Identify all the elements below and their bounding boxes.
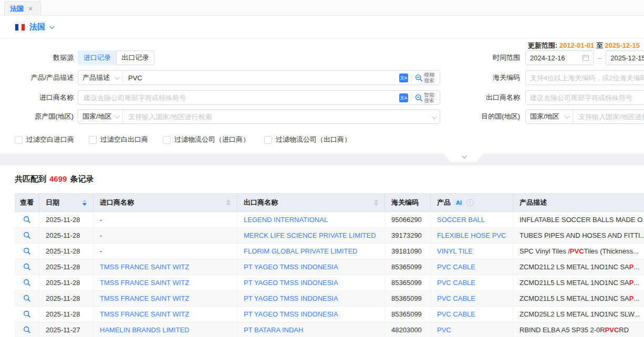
view-record-button[interactable]: [15, 212, 39, 227]
product-link[interactable]: PVC CABLE: [437, 263, 475, 271]
checkbox-label: 过滤物流公司（进口商）: [174, 135, 250, 144]
importer-link[interactable]: TMSS FRANCE SAINT WITZ: [100, 263, 189, 271]
destination-country-input[interactable]: [573, 110, 644, 123]
update-range-label: 更新范围:: [528, 41, 557, 49]
filter-panel: 法国 更新范围: 2012-01-01 至 2025-12-15 数据源 进口记…: [0, 16, 644, 154]
country-selector[interactable]: 法国: [15, 22, 53, 32]
importer-link[interactable]: HAMELIN BRANDS LIMITED: [100, 326, 189, 334]
search-icon: [23, 247, 31, 255]
info-icon[interactable]: i: [466, 199, 474, 206]
destination-mode-select[interactable]: 国家/地区: [526, 110, 573, 123]
search-icon: [23, 310, 31, 318]
desc-highlight: PVC: [605, 326, 619, 334]
exporter-link[interactable]: FLORIM GLOBAL PRIVATE LIMITED: [244, 247, 357, 255]
divider: [411, 73, 412, 82]
fuzzy-search-toggle[interactable]: 模糊搜索: [415, 72, 435, 83]
smart-search-toggle[interactable]: 智能搜索: [415, 92, 435, 103]
collapse-panel-handle[interactable]: [444, 154, 483, 162]
importer-name-input[interactable]: [78, 91, 395, 104]
view-record-button[interactable]: [15, 291, 39, 306]
view-record-button[interactable]: [15, 259, 39, 275]
ai-badge: AI: [454, 199, 464, 206]
calendar-icon[interactable]: [582, 54, 589, 61]
export-records-toggle[interactable]: 出口记录: [116, 50, 154, 65]
chevron-down-icon: [461, 153, 466, 159]
col-header-date[interactable]: 日期: [39, 194, 94, 212]
checkbox-filter-blank-exporter[interactable]: 过滤空白出口商: [89, 135, 148, 144]
search-icon: [23, 231, 31, 239]
exporter-link[interactable]: PT YAGEO TMSS INDONESIA: [244, 279, 338, 287]
sort-control-date[interactable]: [77, 199, 87, 206]
trade-data-app: 法国 ✕ 法国 更新范围: 2012-01-01 至 2025-12-15 数据…: [0, 0, 644, 337]
col-header-exporter[interactable]: 出口商名称: [237, 194, 385, 212]
checkbox-icon: [89, 136, 97, 144]
fuzzy-search-label: 模糊搜索: [424, 72, 435, 83]
divider: [0, 38, 644, 38]
importer-link[interactable]: TMSS FRANCE SAINT WITZ: [100, 310, 189, 318]
divider: [411, 93, 412, 102]
summary-suffix: 条记录: [70, 174, 94, 183]
chevron-down-icon: [49, 24, 55, 29]
sort-control-importer[interactable]: [221, 199, 231, 206]
product-link[interactable]: PVC CABLE: [437, 310, 475, 318]
desc-text: ZCMD21L2 LS METAL 1NO1NC SA: [520, 263, 629, 271]
view-record-button[interactable]: [15, 275, 39, 290]
sort-control-exporter[interactable]: [369, 199, 378, 206]
view-record-button[interactable]: [15, 228, 39, 243]
product-mode-select[interactable]: 产品描述: [78, 71, 123, 85]
origin-country-input[interactable]: [123, 110, 428, 123]
checkbox-filter-logistics-importer[interactable]: 过滤物流公司（进口商）: [163, 135, 250, 144]
checkbox-label: 过滤空白进口商: [26, 135, 74, 144]
hs-code-input[interactable]: [525, 70, 644, 85]
tab-france[interactable]: 法国 ✕: [4, 1, 41, 16]
product-link[interactable]: PVC CABLE: [437, 279, 475, 287]
cell-date: 2025-11-28: [39, 244, 94, 259]
col-header-view: 查看: [15, 194, 39, 212]
search-minus-icon: [415, 94, 423, 102]
exporter-link[interactable]: LEGEND INTERNATIONAL: [244, 216, 328, 224]
product-link[interactable]: VINYL TILE: [437, 247, 473, 255]
product-link[interactable]: PVC CABLE: [437, 294, 475, 302]
cell-hs-code: 85365099: [385, 291, 431, 306]
exporter-link[interactable]: PT YAGEO TMSS INDONESIA: [244, 294, 338, 302]
checkbox-icon: [15, 136, 23, 144]
product-search-input[interactable]: [123, 71, 395, 85]
data-source-label-row: 数据源: [0, 50, 74, 65]
checkbox-filter-blank-importer[interactable]: 过滤空白进口商: [15, 135, 74, 144]
checkbox-filter-logistics-exporter[interactable]: 过滤物流公司（出口商）: [264, 135, 351, 144]
exporter-link[interactable]: PT YAGEO TMSS INDONESIA: [244, 263, 338, 271]
product-field: 产品描述 文A 模糊搜索: [78, 70, 440, 85]
view-record-button[interactable]: [15, 307, 39, 322]
exporter-link[interactable]: MERCK LIFE SCIENCE PRIVATE LIMITED: [244, 231, 376, 239]
origin-mode-select[interactable]: 国家/地区: [78, 110, 123, 123]
view-record-button[interactable]: [15, 322, 39, 337]
importer-field: 文A 智能搜索: [78, 90, 440, 105]
importer-link[interactable]: TMSS FRANCE SAINT WITZ: [100, 294, 189, 302]
close-icon[interactable]: ✕: [28, 6, 33, 12]
col-header-importer[interactable]: 进口商名称: [94, 194, 237, 212]
checkbox-label: 过滤物流公司（出口商）: [276, 135, 351, 144]
search-icon: [23, 326, 31, 334]
time-range-fields: –: [525, 50, 644, 65]
exporter-link[interactable]: PT YAGEO TMSS INDONESIA: [244, 310, 338, 318]
date-end-input[interactable]: [606, 50, 644, 65]
checkbox-label: 过滤空白出口商: [100, 135, 148, 144]
chevron-down-icon[interactable]: [428, 112, 440, 121]
results-count: 4699: [49, 174, 67, 183]
exporter-link[interactable]: PT BATARA INDAH: [244, 326, 303, 334]
desc-text: ...: [633, 279, 639, 287]
checkbox-icon: [163, 136, 171, 144]
translate-icon[interactable]: 文A: [399, 73, 408, 82]
importer-link[interactable]: TMSS FRANCE SAINT WITZ: [100, 279, 189, 287]
product-link[interactable]: FLEXIBLE HOSE PVC: [437, 231, 506, 239]
product-link[interactable]: SOCCER BALL: [437, 216, 485, 224]
translate-icon[interactable]: 文A: [399, 93, 408, 102]
product-link[interactable]: PVC: [437, 326, 451, 334]
view-record-button[interactable]: [15, 244, 39, 259]
cell-hs-code: 95066290: [385, 212, 431, 227]
import-records-toggle[interactable]: 进口记录: [78, 50, 116, 65]
desc-highlight: P: [629, 294, 634, 302]
exporter-name-input[interactable]: [525, 90, 644, 105]
update-range-to: 至: [596, 41, 603, 49]
update-range: 更新范围: 2012-01-01 至 2025-12-15: [528, 41, 640, 50]
